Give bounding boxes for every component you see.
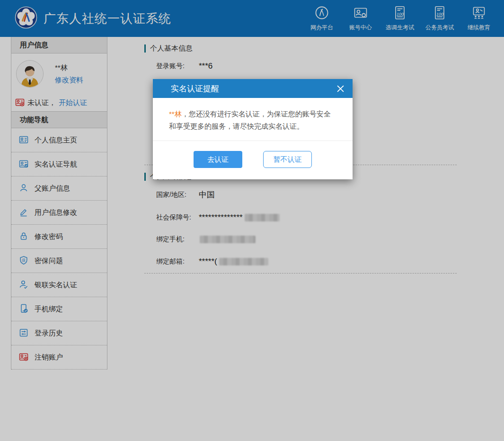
modal-message-username: **林 <box>169 110 182 118</box>
page: 广东人社统一认证系统 网办平台 <box>0 0 504 441</box>
modal-message-text: ，您还没有进行实名认证，为保证您的账号安全和享受更多的服务，请尽快完成实名认证。 <box>169 110 331 130</box>
go-verify-button[interactable]: 去认证 <box>194 151 242 168</box>
not-now-button[interactable]: 暂不认证 <box>263 151 312 168</box>
modal-header: 实名认证提醒 <box>153 79 353 98</box>
realname-reminder-modal: 实名认证提醒 **林，您还没有进行实名认证，为保证您的账号安全和享受更多的服务，… <box>153 79 353 179</box>
modal-footer: 去认证 暂不认证 <box>153 141 353 179</box>
modal-backdrop <box>0 0 504 441</box>
modal-message: **林，您还没有进行实名认证，为保证您的账号安全和享受更多的服务，请尽快完成实名… <box>153 98 353 141</box>
close-icon[interactable] <box>337 85 344 92</box>
modal-title: 实名认证提醒 <box>171 83 219 94</box>
